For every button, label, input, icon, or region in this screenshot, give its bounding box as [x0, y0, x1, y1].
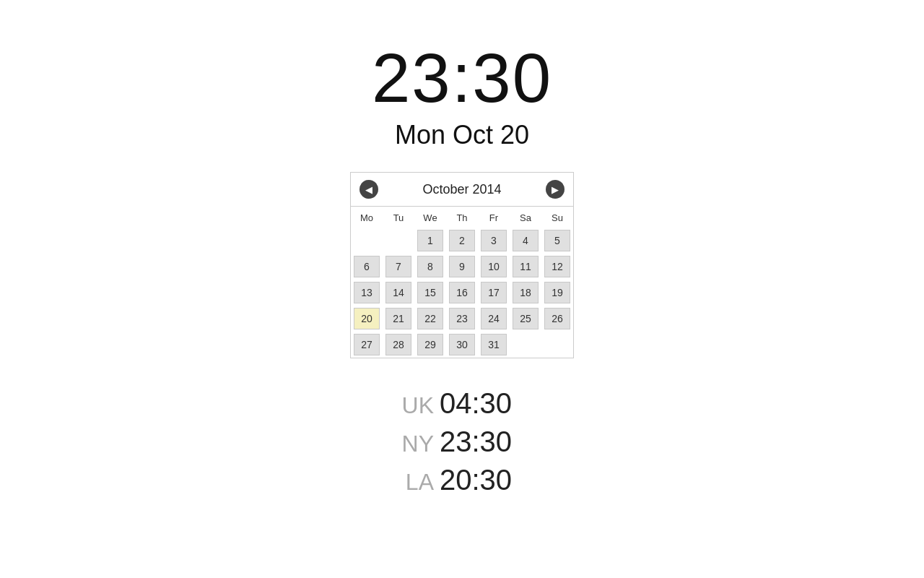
calendar-day[interactable]: 30: [446, 332, 478, 358]
calendar-week-row: 12345: [351, 228, 573, 254]
world-clock-time: 23:30: [440, 426, 526, 458]
calendar-month-label: October 2014: [422, 182, 501, 197]
calendar-day[interactable]: 21: [383, 306, 414, 332]
world-clock-time: 20:30: [440, 464, 526, 496]
calendar-week-row: 2728293031: [351, 332, 573, 358]
world-clock-row: NY23:30: [398, 426, 526, 458]
calendar-day[interactable]: 16: [446, 280, 478, 306]
calendar-weekdays: MoTuWeThFrSaSu: [351, 207, 573, 228]
calendar-body: 1234567891011121314151617181920212223242…: [351, 228, 573, 358]
calendar-day[interactable]: 11: [510, 254, 541, 280]
weekday-header: Su: [541, 207, 573, 228]
world-clock-row: UK04:30: [398, 387, 526, 420]
calendar-day[interactable]: 3: [478, 228, 510, 254]
calendar-day: [351, 228, 383, 254]
calendar-day[interactable]: 2: [446, 228, 478, 254]
calendar-day[interactable]: 27: [351, 332, 383, 358]
calendar-day[interactable]: 17: [478, 280, 510, 306]
world-clocks: UK04:30NY23:30LA20:30: [398, 387, 526, 496]
calendar-day[interactable]: 31: [478, 332, 510, 358]
calendar-day[interactable]: 19: [541, 280, 573, 306]
world-clock-label: NY: [398, 431, 434, 457]
weekday-header: Mo: [351, 207, 383, 228]
weekday-header: Sa: [510, 207, 541, 228]
calendar-day[interactable]: 29: [414, 332, 446, 358]
calendar-day[interactable]: 28: [383, 332, 414, 358]
calendar-day[interactable]: 5: [541, 228, 573, 254]
calendar: ◀ October 2014 ▶ MoTuWeThFrSaSu 12345678…: [350, 172, 574, 358]
calendar-day[interactable]: 13: [351, 280, 383, 306]
calendar-day[interactable]: 9: [446, 254, 478, 280]
calendar-day[interactable]: 25: [510, 306, 541, 332]
calendar-day[interactable]: 1: [414, 228, 446, 254]
calendar-day[interactable]: 15: [414, 280, 446, 306]
main-clock: 23:30: [372, 43, 552, 113]
calendar-day[interactable]: 7: [383, 254, 414, 280]
weekday-header: Tu: [383, 207, 414, 228]
prev-month-button[interactable]: ◀: [359, 180, 378, 199]
calendar-header: ◀ October 2014 ▶: [351, 173, 573, 207]
calendar-day[interactable]: 8: [414, 254, 446, 280]
world-clock-row: LA20:30: [398, 464, 526, 496]
calendar-day[interactable]: 14: [383, 280, 414, 306]
calendar-day: [383, 228, 414, 254]
calendar-day[interactable]: 26: [541, 306, 573, 332]
next-month-button[interactable]: ▶: [546, 180, 565, 199]
calendar-week-row: 6789101112: [351, 254, 573, 280]
calendar-day[interactable]: 10: [478, 254, 510, 280]
calendar-day[interactable]: 24: [478, 306, 510, 332]
calendar-grid: MoTuWeThFrSaSu 1234567891011121314151617…: [351, 207, 573, 358]
weekday-header: Th: [446, 207, 478, 228]
calendar-day[interactable]: 12: [541, 254, 573, 280]
calendar-day[interactable]: 4: [510, 228, 541, 254]
main-date: Mon Oct 20: [395, 120, 529, 150]
calendar-day[interactable]: 6: [351, 254, 383, 280]
calendar-day[interactable]: 18: [510, 280, 541, 306]
calendar-week-row: 20212223242526: [351, 306, 573, 332]
world-clock-time: 04:30: [440, 387, 526, 420]
weekday-header: We: [414, 207, 446, 228]
world-clock-label: LA: [398, 469, 434, 496]
weekday-header: Fr: [478, 207, 510, 228]
calendar-day[interactable]: 20: [351, 306, 383, 332]
calendar-day: [510, 332, 541, 358]
calendar-week-row: 13141516171819: [351, 280, 573, 306]
calendar-day: [541, 332, 573, 358]
calendar-day[interactable]: 22: [414, 306, 446, 332]
world-clock-label: UK: [398, 392, 434, 419]
calendar-day[interactable]: 23: [446, 306, 478, 332]
